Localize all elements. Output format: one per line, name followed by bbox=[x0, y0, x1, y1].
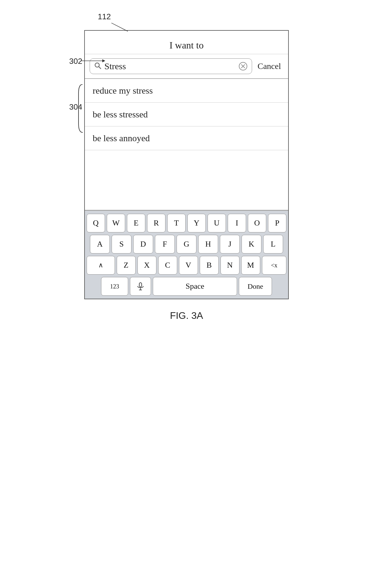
key-v[interactable]: V bbox=[179, 256, 198, 275]
key-microphone[interactable] bbox=[130, 277, 151, 296]
header-title: I want to bbox=[169, 40, 204, 51]
key-f[interactable]: F bbox=[155, 235, 175, 254]
phone-ui: I want to Stress Cancel bbox=[84, 30, 289, 299]
annotation-302-arrow bbox=[81, 58, 105, 64]
keyboard-row-2: A S D F G H J K L bbox=[87, 235, 286, 254]
svg-line-4 bbox=[99, 67, 101, 69]
search-box[interactable]: Stress bbox=[90, 58, 252, 74]
key-i[interactable]: I bbox=[228, 214, 246, 232]
empty-content-area bbox=[85, 150, 288, 210]
key-x[interactable]: X bbox=[137, 256, 156, 275]
key-numbers[interactable]: 123 bbox=[101, 277, 128, 296]
key-q[interactable]: Q bbox=[87, 214, 105, 232]
header-area: I want to bbox=[85, 31, 288, 54]
key-m[interactable]: M bbox=[241, 256, 260, 275]
annotation-112: 112 bbox=[98, 12, 111, 21]
key-r[interactable]: R bbox=[147, 214, 165, 232]
key-e[interactable]: E bbox=[127, 214, 145, 232]
cancel-button[interactable]: Cancel bbox=[255, 60, 283, 72]
svg-line-0 bbox=[111, 23, 128, 31]
suggestion-item-3[interactable]: be less annoyed bbox=[85, 126, 288, 150]
annotation-304-bracket bbox=[77, 84, 83, 163]
outer-wrapper: 112 302 304 I want to St bbox=[51, 12, 322, 321]
search-row: Stress Cancel bbox=[85, 54, 288, 79]
annotation-112-arrow bbox=[111, 23, 129, 32]
key-w[interactable]: W bbox=[107, 214, 125, 232]
key-space[interactable]: Space bbox=[153, 277, 237, 296]
key-p[interactable]: P bbox=[268, 214, 286, 232]
key-done[interactable]: Done bbox=[239, 277, 272, 296]
key-backspace[interactable]: <x bbox=[262, 256, 286, 275]
svg-rect-8 bbox=[139, 283, 142, 287]
search-input-value[interactable]: Stress bbox=[104, 61, 236, 71]
clear-search-icon[interactable] bbox=[239, 62, 248, 71]
keyboard: Q W E R T Y U I O P A S D F G H J K bbox=[85, 210, 288, 299]
key-k[interactable]: K bbox=[242, 235, 261, 254]
keyboard-row-4: 123 Space Done bbox=[87, 277, 286, 296]
suggestion-item-1[interactable]: reduce my stress bbox=[85, 79, 288, 103]
key-z[interactable]: Z bbox=[117, 256, 136, 275]
key-l[interactable]: L bbox=[263, 235, 283, 254]
suggestion-item-2[interactable]: be less stressed bbox=[85, 103, 288, 126]
key-u[interactable]: U bbox=[208, 214, 226, 232]
key-g[interactable]: G bbox=[177, 235, 196, 254]
key-j[interactable]: J bbox=[220, 235, 240, 254]
svg-marker-2 bbox=[102, 59, 105, 62]
key-b[interactable]: B bbox=[200, 256, 219, 275]
key-n[interactable]: N bbox=[220, 256, 239, 275]
key-o[interactable]: O bbox=[248, 214, 266, 232]
key-h[interactable]: H bbox=[198, 235, 218, 254]
annotation-302: 302 bbox=[69, 57, 82, 66]
key-shift[interactable]: ∧ bbox=[87, 256, 115, 275]
key-s[interactable]: S bbox=[112, 235, 131, 254]
figure-caption: FIG. 3A bbox=[170, 310, 203, 321]
key-a[interactable]: A bbox=[90, 235, 110, 254]
key-c[interactable]: C bbox=[158, 256, 177, 275]
key-d[interactable]: D bbox=[133, 235, 153, 254]
keyboard-row-3: ∧ Z X C V B N M <x bbox=[87, 256, 286, 275]
key-t[interactable]: T bbox=[167, 214, 186, 232]
key-y[interactable]: Y bbox=[187, 214, 206, 232]
keyboard-row-1: Q W E R T Y U I O P bbox=[87, 214, 286, 232]
